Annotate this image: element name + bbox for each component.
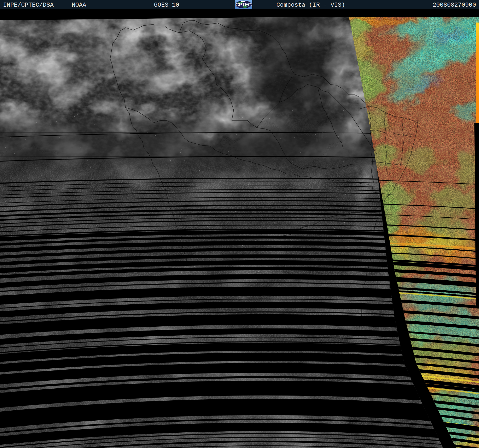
svg-text:Composta (IR - VIS): Composta (IR - VIS) bbox=[276, 2, 345, 8]
svg-text:200808270900: 200808270900 bbox=[433, 2, 476, 8]
svg-text:NOAA: NOAA bbox=[72, 2, 86, 8]
svg-text:GOES-10: GOES-10 bbox=[154, 2, 179, 8]
svg-text:CPTEC: CPTEC bbox=[235, 2, 252, 7]
svg-text:INPE/CPTEC/DSA: INPE/CPTEC/DSA bbox=[3, 2, 54, 8]
